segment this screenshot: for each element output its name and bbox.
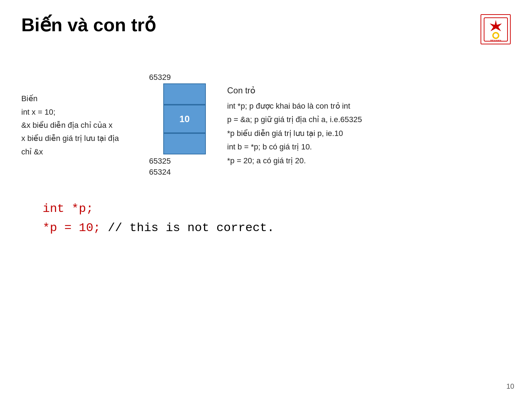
left-line-3: x biểu diễn giá trị lưu tại địa chỉ &x	[21, 132, 128, 158]
mem-cell-bottom	[163, 133, 206, 154]
right-line-3: *p biểu diễn giá trị lưu tại p, ie.10	[227, 127, 362, 141]
right-line-4: int b = *p; b có giá trị 10.	[227, 140, 362, 154]
content-area: Biến int x = 10; &x biểu diễn địa chỉ củ…	[21, 66, 511, 237]
code-value-10: 10	[79, 221, 93, 235]
code-equals: =	[57, 221, 79, 235]
code-keyword-int: int	[43, 202, 64, 215]
memory-block-area: 65329 10 65325 65324	[149, 73, 206, 178]
code-comment: // this is not correct.	[100, 221, 274, 235]
logo: BÁCH KHOA	[481, 14, 511, 44]
right-text-section: Con trỏ int *p; p được khai báo là con t…	[227, 83, 362, 168]
addr-bottom-1: 65325	[149, 156, 171, 167]
memory-visual: 10	[163, 83, 206, 154]
addr-bottom-group: 65325 65324	[149, 156, 171, 178]
right-line-1: int *p; p được khai báo là con trỏ int	[227, 99, 362, 113]
addr-top: 65329	[149, 73, 171, 82]
diagram-row: Biến int x = 10; &x biểu diễn địa chỉ củ…	[21, 73, 511, 178]
code-semicolon: ;	[93, 221, 100, 235]
mem-cell-middle: 10	[163, 105, 206, 133]
svg-text:BÁCH KHOA: BÁCH KHOA	[490, 39, 501, 42]
con-tro-label: Con trỏ	[227, 83, 362, 98]
left-line-2: &x biểu diễn địa chỉ của x	[21, 119, 128, 132]
logo-image: BÁCH KHOA	[483, 17, 508, 42]
right-line-5: *p = 20; a có giá trị 20.	[227, 154, 362, 168]
header: Biến và con trỏ BÁCH KHOA	[21, 14, 511, 44]
mem-cell-top	[163, 83, 206, 105]
bien-label: Biến	[21, 92, 128, 105]
left-line-1: int x = 10;	[21, 105, 128, 119]
addr-bottom-2: 65324	[149, 167, 171, 178]
code-star-p: *p	[43, 221, 57, 235]
page-title: Biến và con trỏ	[21, 14, 156, 35]
svg-point-3	[494, 33, 498, 38]
left-text-section: Biến int x = 10; &x biểu diễn địa chỉ củ…	[21, 92, 128, 158]
page-number: 10	[506, 382, 514, 390]
code-line-1: int *p;	[43, 199, 511, 218]
code-line1-rest: *p;	[64, 202, 93, 215]
slide: Biến và con trỏ BÁCH KHOA Biến int x	[0, 0, 532, 399]
code-section: int *p; *p = 10; // this is not correct.	[43, 199, 511, 238]
right-line-2: p = &a; p giữ giá trị địa chỉ a, i.e.653…	[227, 113, 362, 127]
code-line-2: *p = 10; // this is not correct.	[43, 218, 511, 237]
